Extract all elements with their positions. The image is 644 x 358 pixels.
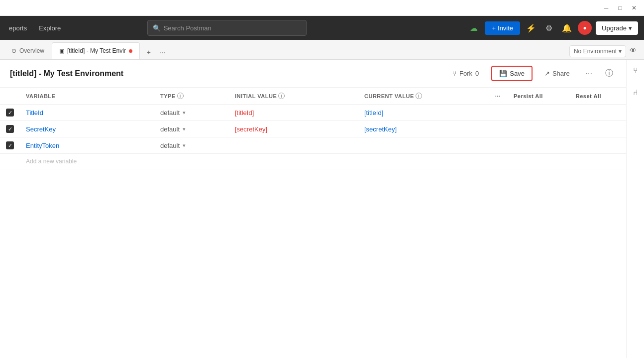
sidebar-branch-icon[interactable]: ⑁ (629, 86, 643, 100)
env-header: [titleId] - My Test Environment ⑂ Fork 0… (0, 60, 626, 88)
variables-table: VARIABLE TYPE i INITIAL VALUE i (0, 88, 626, 169)
info-button[interactable]: ⓘ (602, 67, 616, 81)
top-nav: eports Explore 🔍 ☁ + Invite ⚡ ⚙ 🔔 ● Upgr… (0, 16, 644, 40)
fork-icon: ⑂ (452, 70, 456, 78)
content-area: [titleId] - My Test Environment ⑂ Fork 0… (0, 60, 644, 358)
row3-variable[interactable]: EntityToken (20, 137, 154, 154)
nav-explore[interactable]: Explore (36, 22, 64, 34)
unsaved-dot (129, 49, 132, 53)
checkbox-checked-icon[interactable] (6, 141, 14, 149)
th-type: TYPE i (154, 88, 229, 105)
row3-type[interactable]: default ▾ (154, 137, 229, 154)
row2-initial[interactable]: [secretKey] (229, 121, 358, 137)
more-options-button[interactable]: ··· (582, 67, 596, 80)
row1-initial[interactable]: [titleId] (229, 105, 358, 121)
close-button[interactable]: ✕ (628, 2, 640, 14)
tab-overview[interactable]: ⊙ Overview (4, 42, 52, 59)
row1-variable[interactable]: TitleId (20, 105, 154, 121)
search-input[interactable] (164, 24, 301, 32)
add-tab-button[interactable]: + (143, 46, 155, 58)
fork-section: ⑂ Fork 0 (452, 70, 479, 78)
env-eye-button[interactable]: 👁 (626, 43, 640, 57)
th-variable: VARIABLE (20, 88, 154, 105)
cloud-sync-icon[interactable]: ☁ (467, 21, 481, 35)
row1-current[interactable]: [titleId] (358, 105, 488, 121)
row2-checkbox[interactable] (0, 121, 20, 137)
minimize-button[interactable]: ─ (600, 2, 612, 14)
dropdown-icon: ▾ (183, 126, 186, 132)
fork-count: 0 (475, 70, 479, 77)
dropdown-icon: ▾ (183, 110, 186, 116)
row3-initial[interactable] (229, 137, 358, 154)
row1-checkbox[interactable] (0, 105, 20, 121)
avatar[interactable]: ● (578, 21, 592, 35)
title-bar: ─ □ ✕ (0, 0, 644, 16)
checkbox-checked-icon[interactable] (6, 125, 14, 133)
add-variable-input[interactable]: Add a new variable (20, 154, 154, 169)
more-tabs-button[interactable]: ··· (157, 46, 169, 58)
current-info-icon: i (416, 93, 422, 99)
divider (485, 69, 485, 79)
fork-label[interactable]: Fork (459, 70, 472, 77)
env-icon: ▣ (59, 48, 64, 54)
th-persist-all[interactable]: Persist All (508, 88, 570, 105)
connections-icon[interactable]: ⚡ (524, 21, 538, 35)
row3-checkbox[interactable] (0, 137, 20, 154)
row1-type[interactable]: default ▾ (154, 105, 229, 121)
save-button[interactable]: 💾 Save (491, 66, 533, 81)
upgrade-button[interactable]: Upgrade ▾ (596, 21, 638, 35)
row2-current[interactable]: [secretKey] (358, 121, 488, 137)
right-sidebar: ⑂ ⑁ (626, 60, 644, 358)
row2-variable[interactable]: SecretKey (20, 121, 154, 137)
th-more-col: ··· (488, 88, 508, 105)
env-dropdown-arrow: ▾ (619, 48, 622, 55)
dropdown-icon: ▾ (183, 142, 186, 149)
table-row: TitleId default ▾ [titleId] [titleId] (0, 105, 626, 121)
initial-info-icon: i (278, 93, 285, 99)
search-icon: 🔍 (153, 24, 161, 32)
checkbox-checked-icon[interactable] (6, 109, 14, 117)
tab-bar: ⊙ Overview ▣ [titleId] - My Test Envir +… (0, 40, 644, 60)
main-content: [titleId] - My Test Environment ⑂ Fork 0… (0, 60, 626, 358)
row3-current[interactable] (358, 137, 488, 154)
type-info-icon: i (177, 93, 184, 99)
notifications-icon[interactable]: 🔔 (560, 21, 574, 35)
th-initial: INITIAL VALUE i (229, 88, 358, 105)
th-current: CURRENT VALUE i (358, 88, 488, 105)
invite-icon: + (492, 24, 496, 32)
th-reset-all[interactable]: Reset All (570, 88, 626, 105)
invite-button[interactable]: + Invite (485, 21, 520, 35)
sidebar-fork-icon[interactable]: ⑂ (629, 64, 643, 78)
settings-icon[interactable]: ⚙ (542, 21, 556, 35)
save-icon: 💾 (499, 70, 507, 77)
share-button[interactable]: ↗ Share (538, 67, 576, 80)
no-environment-selector[interactable]: No Environment ▾ (569, 45, 626, 57)
nav-reports[interactable]: eports (6, 22, 30, 34)
env-title: [titleId] - My Test Environment (10, 69, 446, 78)
search-bar[interactable]: 🔍 (147, 20, 307, 36)
th-checkbox (0, 88, 20, 105)
overview-icon: ⊙ (11, 47, 16, 54)
tab-actions: + ··· (140, 46, 172, 58)
nav-actions: ☁ + Invite ⚡ ⚙ 🔔 ● Upgrade ▾ (467, 21, 638, 35)
table-row: SecretKey default ▾ [secretKey] [secretK… (0, 121, 626, 137)
row2-type[interactable]: default ▾ (154, 121, 229, 137)
table-row: EntityToken default ▾ (0, 137, 626, 154)
tab-active-env[interactable]: ▣ [titleId] - My Test Envir (52, 42, 140, 59)
share-icon: ↗ (544, 70, 550, 77)
chevron-down-icon: ▾ (629, 24, 632, 32)
maximize-button[interactable]: □ (614, 2, 626, 14)
add-variable-row: Add a new variable (0, 154, 626, 169)
